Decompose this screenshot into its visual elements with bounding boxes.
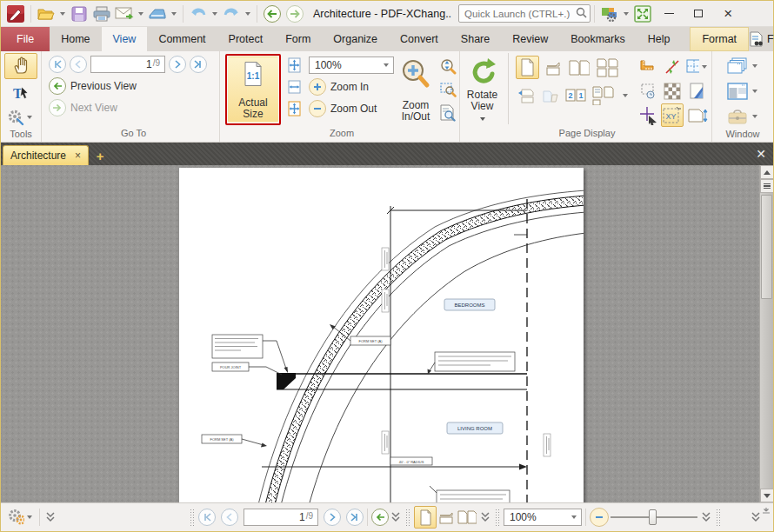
tab-review[interactable]: Review — [501, 27, 559, 51]
ruler-button[interactable] — [637, 55, 660, 78]
split-window-button[interactable] — [725, 80, 750, 103]
tab-share[interactable]: Share — [450, 27, 501, 51]
email-dropdown-arrow[interactable] — [138, 12, 143, 16]
toolbar-drag-handle[interactable] — [190, 509, 196, 526]
rotate-view-button[interactable]: RotateView — [464, 53, 501, 126]
show-coordinates-button[interactable]: XY — [661, 103, 684, 127]
ui-options-dropdown-arrow[interactable] — [624, 12, 629, 16]
previous-page-button[interactable] — [70, 56, 87, 73]
tab-file[interactable]: File — [1, 27, 50, 51]
last-page-button[interactable] — [190, 56, 207, 73]
status-zoom-out-button[interactable] — [590, 508, 609, 527]
status-layout-more-button[interactable] — [480, 511, 490, 523]
right-to-left-button[interactable]: 21 — [564, 85, 587, 106]
previous-view-button[interactable] — [49, 77, 66, 95]
toolbar-drag-handle[interactable] — [495, 509, 501, 526]
statusbar-collapse-icon[interactable] — [762, 504, 771, 516]
history-back-button[interactable] — [261, 3, 284, 24]
continuous-button[interactable] — [543, 57, 564, 78]
next-page-button[interactable] — [169, 56, 186, 73]
two-pages-continuous-button[interactable] — [595, 57, 621, 78]
history-forward-button[interactable] — [284, 3, 306, 24]
scroll-up-button[interactable] — [760, 165, 773, 179]
half-page-button[interactable] — [516, 85, 537, 106]
open-dropdown-arrow[interactable] — [60, 12, 65, 16]
status-overflow-button[interactable] — [751, 511, 761, 523]
tools-dropdown-arrow[interactable] — [27, 116, 32, 119]
page-shadow-button[interactable] — [684, 79, 711, 103]
reading-direction-dropdown-arrow[interactable] — [623, 94, 628, 97]
tab-comment[interactable]: Comment — [147, 27, 217, 51]
next-view-button[interactable] — [49, 99, 66, 116]
toolbox-dropdown-arrow[interactable] — [752, 115, 757, 118]
scroll-down-button[interactable] — [760, 489, 773, 502]
save-button[interactable] — [68, 3, 90, 24]
minimize-button[interactable] — [654, 3, 684, 24]
scrollbar-thumb[interactable] — [761, 195, 772, 299]
zoom-in-button[interactable] — [309, 78, 326, 96]
two-pages-button[interactable] — [567, 57, 591, 78]
open-file-button[interactable] — [35, 3, 57, 24]
document-canvas[interactable]: BEDROOMS LIVING ROOM POUR JOINT — [1, 165, 773, 502]
fit-visible-button[interactable] — [285, 99, 304, 118]
print-button[interactable] — [90, 3, 113, 24]
scroll-options-button[interactable] — [760, 179, 773, 193]
maximize-button[interactable] — [684, 3, 713, 24]
document-tab-architecture[interactable]: Architecture × — [3, 145, 89, 165]
fullscreen-button[interactable] — [631, 3, 654, 24]
actual-size-button[interactable]: 1:1 ActualSize — [228, 57, 278, 123]
new-document-tab-button[interactable]: + — [91, 148, 109, 163]
tab-protect[interactable]: Protect — [217, 27, 275, 51]
tab-form[interactable]: Form — [274, 27, 322, 51]
status-zoom-combo[interactable]: 100% — [504, 509, 582, 526]
ui-options-button[interactable] — [598, 3, 621, 24]
tab-organize[interactable]: Organize — [322, 27, 389, 51]
scanner-dropdown-arrow[interactable] — [171, 12, 177, 16]
tab-convert[interactable]: Convert — [389, 27, 450, 51]
cascade-windows-button[interactable] — [725, 55, 750, 77]
close-button[interactable]: × — [713, 3, 743, 24]
status-next-page-button[interactable] — [324, 509, 341, 526]
snap-button[interactable] — [637, 79, 660, 103]
page-number-field[interactable]: 1/9 — [90, 56, 165, 73]
status-first-page-button[interactable] — [198, 509, 216, 526]
zoom-slider[interactable] — [611, 516, 697, 518]
split-dropdown-arrow[interactable] — [752, 90, 757, 93]
reading-direction-button[interactable] — [591, 84, 617, 107]
toolbox-button[interactable] — [725, 105, 750, 128]
first-page-button[interactable] — [49, 56, 66, 73]
hand-tool-button[interactable] — [4, 53, 37, 79]
status-previous-view-button[interactable] — [371, 509, 389, 526]
crosshair-cursor-button[interactable] — [637, 103, 660, 127]
page-size-button[interactable] — [684, 103, 711, 127]
zoom-out-button[interactable] — [309, 100, 326, 117]
tab-view[interactable]: View — [102, 27, 148, 51]
zoom-slider-thumb[interactable] — [649, 509, 657, 525]
toolbar-drag-handle[interactable] — [405, 509, 411, 526]
status-page-field[interactable]: 1/9 — [244, 509, 318, 526]
status-last-page-button[interactable] — [346, 509, 364, 526]
vertical-scrollbar[interactable] — [759, 165, 773, 502]
zoom-level-combo[interactable]: 100% — [309, 57, 394, 74]
loupe-tool-button[interactable] — [437, 103, 458, 123]
status-previous-page-button[interactable] — [221, 509, 238, 526]
select-text-tool-button[interactable]: T — [4, 81, 37, 105]
cascade-dropdown-arrow[interactable] — [752, 64, 757, 68]
tab-help[interactable]: Help — [637, 27, 682, 51]
zoom-inout-button[interactable]: ZoomIn/Out — [398, 54, 433, 125]
scanner-button[interactable] — [146, 3, 169, 24]
quick-launch-input[interactable] — [458, 4, 591, 23]
tab-bookmarks[interactable]: Bookmarks — [559, 27, 637, 51]
tab-home[interactable]: Home — [50, 27, 101, 51]
find-button[interactable]: Find... — [749, 31, 774, 47]
status-options-button[interactable] — [6, 507, 36, 528]
dynamic-zoom-button[interactable] — [437, 56, 458, 76]
quick-launch[interactable] — [458, 4, 591, 23]
status-zoom-more-button[interactable] — [701, 511, 711, 523]
grid-dropdown-arrow[interactable] — [702, 65, 707, 69]
measure-button[interactable] — [661, 55, 684, 78]
tab-format[interactable]: Format — [690, 27, 749, 51]
single-page-button[interactable] — [516, 56, 539, 79]
fit-page-button[interactable] — [285, 56, 304, 75]
transparency-grid-button[interactable] — [661, 79, 684, 103]
